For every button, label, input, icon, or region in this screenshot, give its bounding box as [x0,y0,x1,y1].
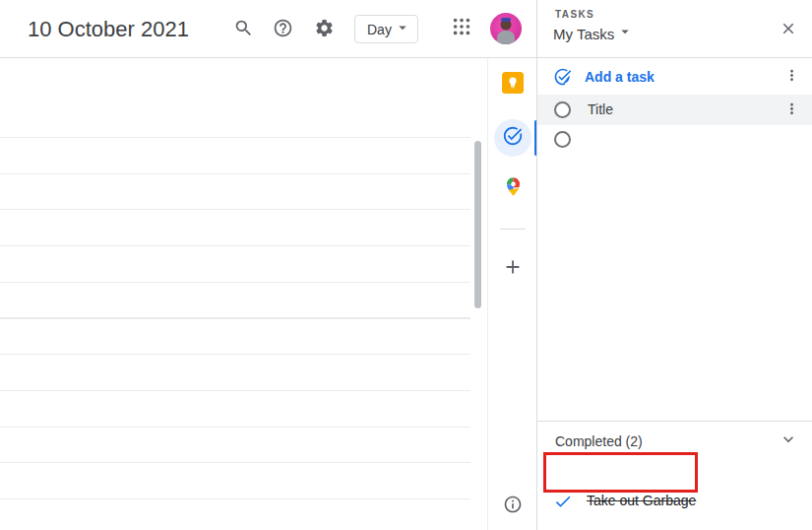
kebab-icon [783,67,800,88]
task-row[interactable]: Title [537,95,812,125]
tasks-side-panel: TASKS My Tasks Add a task Title C [536,0,812,530]
time-slot-gridlines [0,137,470,501]
calendar-header: 10 October 2021 Day [0,0,536,58]
task-list-selector[interactable]: My Tasks [553,23,634,44]
google-apps-button[interactable] [449,16,474,41]
view-selector-label: Day [367,22,392,37]
task-row[interactable] [537,125,812,157]
date-title: 10 October 2021 [28,0,189,58]
close-icon [780,24,797,40]
help-icon [273,18,293,42]
day-view-grid[interactable] [0,58,487,530]
google-calendar-window: 10 October 2021 Day [0,0,812,530]
add-task-icon [553,67,573,87]
view-selector-dropdown[interactable]: Day [354,15,418,43]
add-task-label: Add a task [585,69,655,85]
chevron-down-icon [779,430,798,449]
task-complete-circle[interactable] [554,101,571,118]
completed-section-toggle[interactable]: Completed (2) [537,422,812,455]
task-options-button[interactable] [781,99,802,121]
check-icon[interactable] [553,492,573,511]
sidebar-item-maps[interactable] [502,177,524,199]
sidebar-item-tasks[interactable] [494,119,531,157]
kebab-icon [783,100,800,121]
side-panel-rail [487,58,536,530]
completed-header-label: Completed (2) [555,433,643,449]
close-panel-button[interactable] [780,20,799,39]
settings-button[interactable] [311,17,337,42]
side-panel-info-button[interactable] [503,495,523,514]
caret-down-icon [394,19,411,40]
red-annotation-box [543,452,698,493]
search-icon [233,18,254,42]
sidebar-item-keep[interactable] [502,74,524,96]
rail-divider [500,229,526,230]
plus-icon [502,256,524,282]
tasks-overline: TASKS [555,9,594,20]
get-addons-button[interactable] [502,258,524,280]
keep-icon [502,72,524,98]
apps-grid-icon [451,16,472,41]
task-title[interactable]: Title [588,101,613,117]
account-avatar[interactable] [490,13,522,44]
search-button[interactable] [230,17,256,42]
completed-task-row[interactable]: Take out Garbage [537,490,812,525]
task-complete-circle[interactable] [554,131,571,148]
info-icon [503,500,523,517]
maps-pin-icon [503,176,524,201]
vertical-scrollbar-thumb[interactable] [474,141,481,308]
help-button[interactable] [270,17,295,42]
gear-icon [314,18,335,42]
caret-down-icon [616,23,634,44]
list-options-button[interactable] [781,66,802,88]
task-list-name: My Tasks [553,26,614,42]
completed-task-title[interactable]: Take out Garbage [587,492,812,509]
tasks-panel-header: TASKS My Tasks [537,0,812,58]
completed-section: Completed (2) Take out Garbage Visit Vis… [537,421,812,530]
add-task-button[interactable]: Add a task [537,59,812,95]
tasks-icon [502,125,524,151]
